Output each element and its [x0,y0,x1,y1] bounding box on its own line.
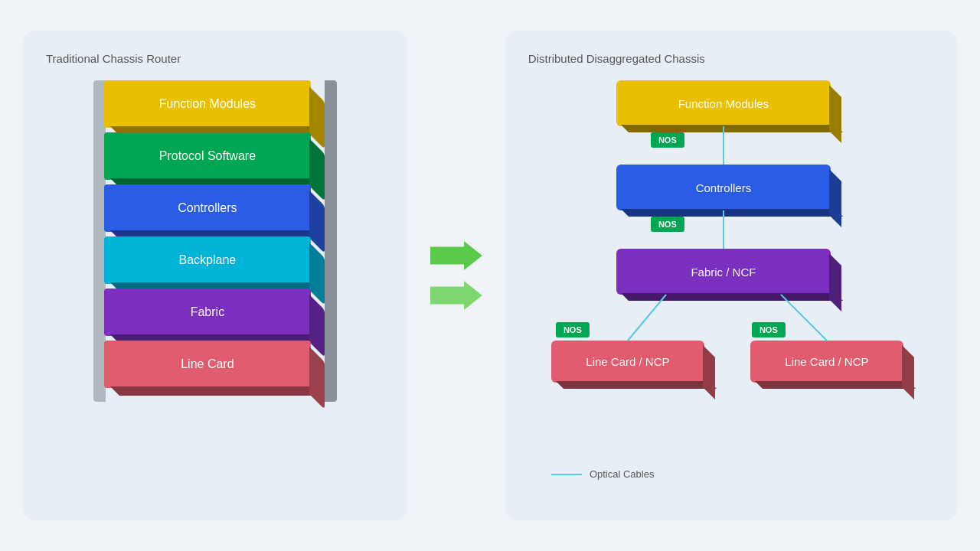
svg-line-3 [781,295,827,341]
left-panel-title: Traditional Chassis Router [46,52,384,65]
nos-badge-2: NOS [651,217,684,232]
dist-controllers: Controllers [616,165,831,210]
arrows-container [430,241,482,310]
block-protocol-software: Protocol Software [104,132,311,180]
nos-badge-4: NOS [752,322,786,337]
right-panel: Distributed Disaggregated Chassis Functi… [505,31,957,520]
legend-line [551,474,582,475]
block-function-modules: Function Modules [104,80,311,128]
stack-container: Function Modules Protocol Software Contr… [104,80,326,388]
arrow-1 [430,241,482,270]
arrow-2 [430,281,482,310]
block-linecard: Line Card [104,341,311,388]
block-controllers: Controllers [104,184,311,232]
legend-label: Optical Cables [590,468,655,480]
svg-line-2 [628,295,666,341]
right-panel-title: Distributed Disaggregated Chassis [528,52,934,65]
block-backplane: Backplane [104,236,311,284]
dist-linecard-2: Line Card / NCP [750,341,903,383]
chassis-right [325,80,337,402]
main-container: Traditional Chassis Router Function Modu… [23,23,957,528]
nos-badge-3: NOS [556,322,590,337]
dist-function-modules: Function Modules [616,80,831,126]
dist-linecard-1: Line Card / NCP [551,341,704,383]
block-fabric: Fabric [104,289,311,336]
nos-badge-1: NOS [651,132,684,148]
left-panel: Traditional Chassis Router Function Modu… [23,31,407,520]
distributed-container: Function Modules NOS Controllers NOS Fab… [528,80,934,494]
dist-fabric: Fabric / NCF [616,249,831,295]
legend: Optical Cables [551,468,655,480]
